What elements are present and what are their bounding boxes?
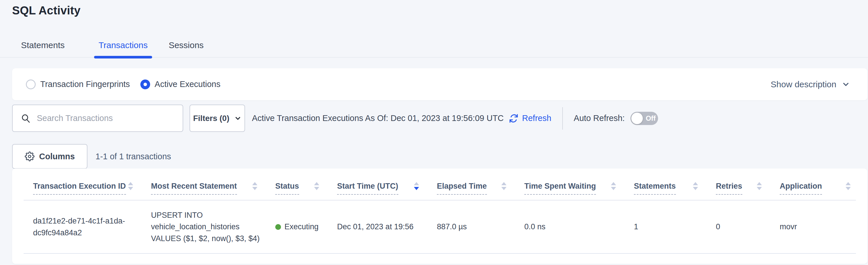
header-label: Start Time (UTC) [337,182,398,195]
radio-active-executions[interactable]: Active Executions [141,80,221,89]
tab-transactions-label: Transactions [99,40,148,50]
results-summary: 1-1 of 1 transactions [95,152,171,161]
transactions-table-panel: Transaction Execution ID Most Recent Sta… [12,168,867,264]
sort-arrows-icon [757,182,762,190]
cell-elapsed-time: 887.0 µs [437,200,524,254]
cell-statements: 1 [634,200,716,254]
cell-transaction-execution-id[interactable]: da1f21e2-de71-4c1f-a1da-dc9fc94a84a2 [24,200,151,254]
radio-transaction-fingerprints-label: Transaction Fingerprints [40,80,130,89]
filters-button-label: Filters (0) [193,114,229,123]
table-row: da1f21e2-de71-4c1f-a1da-dc9fc94a84a2 UPS… [24,200,856,254]
header-status[interactable]: Status [275,168,337,200]
columns-button-label: Columns [39,152,75,161]
header-label: Elapsed Time [437,182,487,195]
sort-arrows-icon [314,182,319,190]
toolbar: Filters (0) Active Transaction Execution… [12,105,658,132]
radio-transaction-fingerprints[interactable]: Transaction Fingerprints [26,80,130,89]
header-label: Time Spent Waiting [524,182,596,195]
columns-button[interactable]: Columns [12,144,87,169]
cell-retries: 0 [716,200,780,254]
radio-checked-icon[interactable] [141,80,150,89]
header-label: Most Recent Statement [151,182,237,195]
header-application[interactable]: Application [780,168,856,200]
cell-application: movr [780,200,856,254]
toolbar-divider [562,107,563,130]
header-time-spent-waiting[interactable]: Time Spent Waiting [524,168,634,200]
most-recent-statement: UPSERT INTO vehicle_location_histories V… [151,209,267,244]
search-box[interactable] [12,105,183,132]
refresh-button[interactable]: Refresh [509,113,551,123]
tab-statements[interactable]: Statements [21,40,65,57]
filters-button[interactable]: Filters (0) [189,105,245,132]
sort-arrows-icon [128,182,133,190]
search-input[interactable] [37,113,176,123]
cell-time-spent-waiting: 0.0 ns [524,200,634,254]
chevron-down-icon [841,80,850,89]
auto-refresh-toggle[interactable]: Off [630,112,658,125]
show-description-label: Show description [771,80,836,89]
cell-status: Executing [275,200,337,254]
refresh-label: Refresh [522,113,551,123]
transaction-execution-id: da1f21e2-de71-4c1f-a1da-dc9fc94a84a2 [33,215,136,238]
refresh-icon [509,113,519,123]
tab-transactions[interactable]: Transactions [99,40,148,57]
toggle-state-label: Off [646,114,656,123]
gear-icon [25,152,34,161]
table-header-row: Transaction Execution ID Most Recent Sta… [24,168,856,200]
tabs: Statements Transactions Sessions [0,37,868,58]
search-icon [21,113,31,124]
header-start-time[interactable]: Start Time (UTC) [337,168,437,200]
sort-arrows-icon [414,182,419,190]
tab-sessions-label: Sessions [168,40,204,50]
header-statements[interactable]: Statements [634,168,716,200]
sort-arrows-icon [693,182,698,190]
header-elapsed-time[interactable]: Elapsed Time [437,168,524,200]
radio-unchecked-icon[interactable] [26,80,36,89]
cell-most-recent-statement: UPSERT INTO vehicle_location_histories V… [151,200,275,254]
radio-active-executions-label: Active Executions [155,80,221,89]
header-most-recent-statement[interactable]: Most Recent Statement [151,168,275,200]
chevron-down-icon [234,115,242,122]
header-label: Statements [634,182,676,195]
header-label: Status [275,182,299,195]
header-label: Transaction Execution ID [33,182,126,195]
show-description-toggle[interactable]: Show description [771,80,850,89]
header-label: Application [780,182,822,195]
status-executing-dot-icon [275,224,281,230]
status-label: Executing [284,221,319,233]
tab-sessions[interactable]: Sessions [168,40,204,57]
tab-statements-label: Statements [21,40,65,50]
transactions-table: Transaction Execution ID Most Recent Sta… [24,168,856,254]
table-controls: Columns 1-1 of 1 transactions [12,144,171,169]
toggle-knob [631,113,643,124]
sort-arrows-icon [501,182,506,190]
sql-activity-page: SQL Activity Statements Transactions Ses… [0,0,868,265]
sort-arrows-icon [845,182,851,190]
header-transaction-execution-id[interactable]: Transaction Execution ID [24,168,151,200]
auto-refresh-label: Auto Refresh: [574,113,625,123]
as-of-timestamp: Active Transaction Executions As Of: Dec… [252,113,504,123]
view-options-panel: Transaction Fingerprints Active Executio… [12,68,867,100]
header-retries[interactable]: Retries [716,168,780,200]
header-label: Retries [716,182,742,195]
sort-arrows-icon [252,182,257,190]
cell-start-time: Dec 01, 2023 at 19:56 [337,200,437,254]
page-title: SQL Activity [12,4,81,17]
sort-arrows-icon [611,182,616,190]
